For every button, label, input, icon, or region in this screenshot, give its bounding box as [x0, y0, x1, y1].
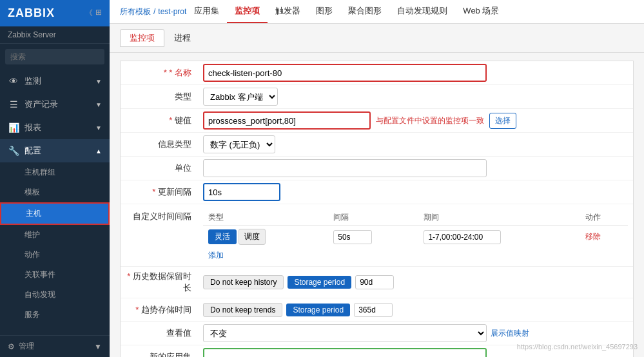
monitor-icon: 👁 — [8, 76, 19, 86]
sidebar-nav: 👁 监测 ▼ ☰ 资产记录 ▼ 📊 报表 ▼ 🔧 配置 ▲ 主机群组 模板 主机 — [0, 70, 110, 335]
cti-period-input[interactable] — [424, 230, 501, 244]
topnav-web[interactable]: Web 场景 — [455, 0, 507, 23]
cti-header-type: 类型 — [203, 209, 328, 226]
chevron-down-icon: ▼ — [95, 78, 102, 85]
collapse-icon[interactable]: 《 — [85, 8, 93, 19]
assets-icon: ☰ — [8, 99, 19, 110]
sidebar-item-label: 报表 — [24, 122, 41, 133]
key-select-button[interactable]: 选择 — [489, 113, 516, 129]
cti-header-interval: 间隔 — [328, 209, 418, 226]
trend-label: * 趋势存储时间 — [121, 300, 198, 320]
form-container: * * 名称 类型 Zabbix 客户端 * — [120, 61, 634, 357]
sidebar-item-templates[interactable]: 模板 — [0, 182, 110, 202]
form-content: * * 名称 类型 Zabbix 客户端 * — [110, 53, 644, 357]
key-annotation: 与配置文件中设置的监控项一致 — [376, 115, 484, 126]
breadcrumb-test-prot[interactable]: test-prot — [158, 7, 186, 16]
sidebar-item-corr-events[interactable]: 关联事件 — [0, 265, 110, 285]
chevron-up-icon: ▲ — [95, 148, 102, 155]
sidebar-item-discovery[interactable]: 自动发现 — [0, 285, 110, 305]
main-content: 所有模板 / test-prot 应用集 监控项 触发器 图形 聚合图形 自动发… — [110, 0, 644, 357]
required-star-history: * — [127, 271, 130, 281]
breadcrumb-all-templates[interactable]: 所有模板 — [120, 6, 151, 17]
history-period-button[interactable]: Storage period — [288, 276, 351, 289]
name-control — [198, 61, 633, 84]
sidebar-item-config[interactable]: 🔧 配置 ▲ — [0, 139, 110, 162]
custom-interval-control: 类型 间隔 期间 动作 灵活 调度 — [198, 207, 633, 266]
lookup-select[interactable]: 不变 — [203, 324, 487, 342]
cti-type-cell: 灵活 调度 — [203, 226, 328, 248]
trend-value-input[interactable] — [354, 303, 393, 317]
required-star: * — [164, 68, 167, 77]
history-label: * 历史数据保留时长 — [121, 267, 198, 298]
sidebar-item-hosts[interactable]: 主机 — [0, 202, 110, 225]
sidebar-item-hostgroups[interactable]: 主机群组 — [0, 162, 110, 182]
trend-toggle-button[interactable]: Do not keep trends — [203, 303, 282, 317]
trend-control: Do not keep trends Storage period — [198, 300, 633, 320]
history-toggle-button[interactable]: Do not keep history — [203, 275, 284, 289]
sidebar-item-assets[interactable]: ☰ 资产记录 ▼ — [0, 93, 110, 116]
reports-icon: 📊 — [8, 122, 19, 133]
logo-text: ZABBIX — [8, 6, 55, 20]
new-app-input[interactable] — [203, 348, 487, 357]
breadcrumb: 所有模板 / test-prot — [120, 6, 186, 17]
cti-interval-input[interactable] — [333, 230, 372, 244]
form-row-interval: * 更新间隔 — [121, 180, 633, 204]
key-row: 与配置文件中设置的监控项一致 选择 — [203, 111, 628, 130]
topnav-auto-discover[interactable]: 自动发现规则 — [389, 0, 455, 23]
key-control: 与配置文件中设置的监控项一致 选择 — [198, 109, 633, 132]
trend-storage-row: Do not keep trends Storage period — [203, 303, 628, 317]
add-interval-link[interactable]: 添加 — [203, 247, 229, 264]
type-select[interactable]: Zabbix 客户端 — [203, 88, 278, 106]
unit-input[interactable] — [203, 159, 487, 177]
sidebar-item-actions[interactable]: 动作 — [0, 245, 110, 265]
cti-type-active[interactable]: 灵活 — [208, 229, 237, 244]
trend-period-button[interactable]: Storage period — [286, 304, 350, 316]
topnav-graphs[interactable]: 图形 — [308, 0, 340, 23]
form-row-name: * * 名称 — [121, 61, 633, 85]
form-row-unit: 单位 — [121, 157, 633, 180]
admin-label: 管理 — [19, 341, 34, 352]
lookup-mapping-link[interactable]: 展示值映射 — [491, 328, 529, 339]
sidebar-item-reports[interactable]: 📊 报表 ▼ — [0, 116, 110, 139]
sidebar-item-services[interactable]: 服务 — [0, 305, 110, 325]
subnav-process[interactable]: 进程 — [164, 29, 200, 47]
sidebar-logo: ZABBIX 《 ⊞ — [0, 0, 110, 26]
custom-interval-label: 自定义时间间隔 — [121, 207, 198, 226]
cti-period-cell — [418, 226, 580, 248]
cti-remove-link[interactable]: 移除 — [585, 232, 601, 241]
topnav-aggregate[interactable]: 聚合图形 — [340, 0, 389, 23]
lookup-row: 不变 展示值映射 — [203, 324, 628, 342]
interval-input[interactable] — [203, 183, 280, 201]
form-row-info-type: 信息类型 数字 (无正负) — [121, 133, 633, 157]
interval-label: * 更新间隔 — [121, 182, 198, 202]
sidebar-item-maintenance[interactable]: 维护 — [0, 225, 110, 245]
history-storage-row: Do not keep history Storage period — [203, 275, 628, 289]
expand-icon[interactable]: ⊞ — [95, 8, 102, 19]
breadcrumb-separator: / — [153, 7, 155, 16]
sub-nav: 监控项 进程 — [110, 24, 644, 53]
form-row-lookup: 查看值 不变 展示值映射 — [121, 322, 633, 345]
info-type-label: 信息类型 — [121, 135, 198, 154]
required-star-trend: * — [135, 305, 139, 314]
key-input[interactable] — [203, 111, 371, 130]
required-star-key: * — [169, 115, 172, 125]
unit-control — [198, 157, 633, 180]
chevron-down-icon: ▼ — [95, 101, 102, 108]
sidebar-item-monitor[interactable]: 👁 监测 ▼ — [0, 70, 110, 93]
cti-type-schedule[interactable]: 调度 — [239, 229, 266, 245]
subnav-monitor-items[interactable]: 监控项 — [120, 29, 164, 47]
chevron-down-icon: ▼ — [95, 124, 102, 131]
cti-header-action: 动作 — [580, 209, 628, 226]
server-name: Zabbix Server — [0, 26, 110, 44]
info-type-select[interactable]: 数字 (无正负) — [203, 135, 275, 153]
name-input[interactable] — [203, 64, 487, 82]
sidebar-item-label: 资产记录 — [24, 99, 58, 110]
topnav-apps[interactable]: 应用集 — [186, 0, 227, 23]
interval-control — [198, 180, 633, 204]
history-value-input[interactable] — [355, 275, 394, 289]
sidebar-bottom[interactable]: ⚙ 管理 ▼ — [0, 335, 110, 357]
required-star-interval: * — [152, 187, 155, 197]
search-input[interactable] — [5, 49, 104, 64]
topnav-triggers[interactable]: 触发器 — [268, 0, 308, 23]
topnav-monitor-items[interactable]: 监控项 — [227, 0, 268, 23]
